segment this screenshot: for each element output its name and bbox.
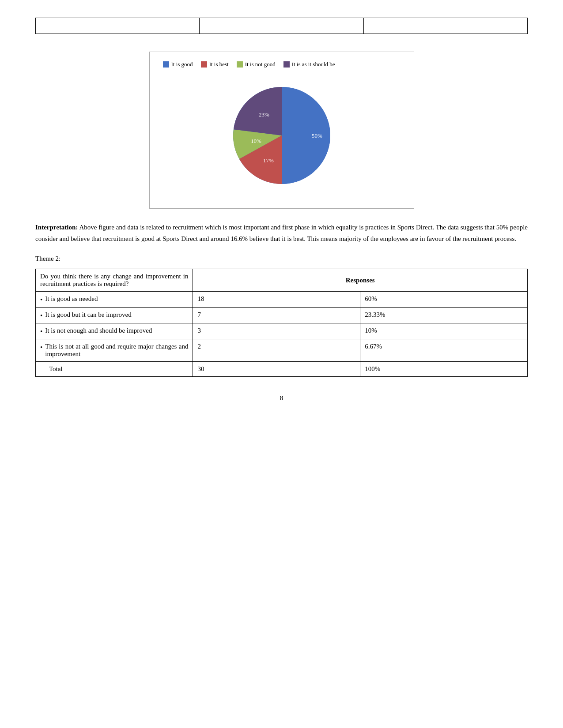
responses-header: Responses [193, 269, 528, 292]
pie-chart-svg: 50% 17% 10% 23% [215, 76, 348, 195]
table-row-4-number: 2 [193, 339, 360, 362]
bullet-4: • [40, 344, 42, 351]
table-row-1-number: 18 [193, 292, 360, 308]
theme-label: Theme 2: [35, 255, 528, 263]
option-text-3: It is not enough and should be improved [45, 327, 152, 334]
pie-seg-asitshould [233, 87, 281, 135]
table-row-1-percent: 60% [360, 292, 528, 308]
option-text-2: It is good but it can be improved [45, 311, 131, 319]
table-row-4-percent: 6.67% [360, 339, 528, 362]
legend-swatch-good [163, 61, 169, 68]
legend-label-best: It is best [209, 61, 229, 68]
legend-label-notgood: It is not good [245, 61, 276, 68]
bullet-2: • [40, 312, 42, 319]
label-asitshould: 23% [259, 111, 269, 118]
top-empty-table [35, 18, 528, 34]
table-row-2-number: 7 [193, 308, 360, 323]
top-cell-2 [200, 18, 363, 34]
interpretation-body: Above figure and data is related to recr… [35, 224, 528, 242]
table-question: Do you think there is any change and imp… [36, 269, 193, 292]
table-total-percent: 100% [360, 362, 528, 377]
legend-label-asitshould: It is as it should be [292, 61, 335, 68]
pie-chart-wrapper: 50% 17% 10% 23% [163, 76, 401, 195]
table-row-4-option: • This is not at all good and require ma… [36, 339, 193, 362]
chart-container: It is good It is best It is not good It … [149, 52, 414, 209]
legend-item-notgood: It is not good [237, 61, 276, 68]
option-text-1: It is good as needed [45, 295, 98, 303]
interpretation-bold: Interpretation: [35, 224, 78, 231]
bullet-3: • [40, 328, 42, 335]
interpretation-text: Interpretation: Above figure and data is… [35, 222, 528, 244]
label-good: 50% [312, 132, 322, 139]
option-text-4: This is not at all good and require majo… [45, 343, 188, 358]
table-total-label: Total [36, 362, 193, 377]
top-cell-3 [363, 18, 527, 34]
legend-label-good: It is good [171, 61, 193, 68]
table-row-3-option: • It is not enough and should be improve… [36, 323, 193, 339]
legend-swatch-asitshould [283, 61, 290, 68]
bullet-1: • [40, 296, 42, 304]
legend-item-asitshould: It is as it should be [283, 61, 335, 68]
top-cell-1 [36, 18, 200, 34]
data-table: Do you think there is any change and imp… [35, 269, 528, 377]
table-row-2-option: • It is good but it can be improved [36, 308, 193, 323]
question-text: Do you think there is any change and imp… [40, 273, 188, 287]
label-notgood: 10% [251, 138, 261, 144]
legend-swatch-best [201, 61, 207, 68]
table-total-number: 30 [193, 362, 360, 377]
legend-swatch-notgood [237, 61, 243, 68]
legend-item-best: It is best [201, 61, 229, 68]
chart-legend: It is good It is best It is not good It … [163, 61, 401, 68]
page-number: 8 [35, 394, 528, 402]
table-row-2-percent: 23.33% [360, 308, 528, 323]
pie-seg-good [282, 87, 330, 184]
legend-item-good: It is good [163, 61, 193, 68]
table-row-3-number: 3 [193, 323, 360, 339]
table-row-1-option: • It is good as needed [36, 292, 193, 308]
label-best: 17% [263, 157, 274, 164]
table-row-3-percent: 10% [360, 323, 528, 339]
